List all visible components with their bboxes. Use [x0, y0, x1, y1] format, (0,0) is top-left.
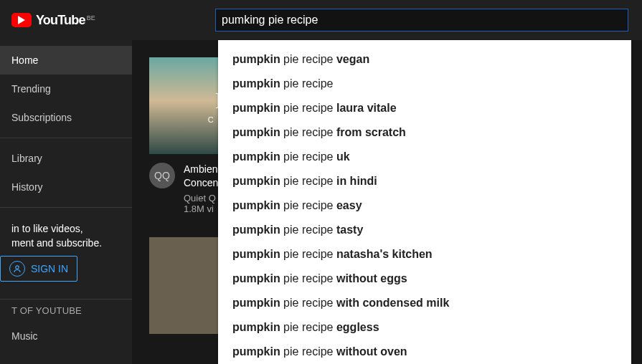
- search-box: [215, 9, 628, 32]
- topbar: YouTube BE: [0, 0, 642, 40]
- sidebar-item-label: Home: [11, 54, 38, 66]
- search-suggestion[interactable]: pumpkin pie recipe in hindi: [218, 169, 631, 193]
- search-suggestion[interactable]: pumpkin pie recipe without oven: [218, 340, 631, 364]
- search-suggestion[interactable]: pumpkin pie recipe laura vitale: [218, 96, 631, 120]
- signin-prompt-text: in to like videos, ment and subscribe.: [0, 214, 132, 256]
- sidebar-item-label: History: [11, 181, 43, 193]
- logo-wrap: YouTube BE: [11, 13, 141, 28]
- sidebar-heading-best: T OF YOUTUBE: [0, 300, 132, 322]
- search-suggestion[interactable]: pumpkin pie recipe uk: [218, 145, 631, 169]
- sidebar-section-signin: in to like videos, ment and subscribe. S…: [0, 208, 132, 300]
- search-suggestions-dropdown: pumpkin pie recipe veganpumpkin pie reci…: [218, 40, 631, 364]
- search-suggestion[interactable]: pumpkin pie recipe eggless: [218, 315, 631, 340]
- search-suggestion[interactable]: pumpkin pie recipe easy: [218, 193, 631, 218]
- search-suggestion[interactable]: pumpkin pie recipe: [218, 72, 631, 96]
- search-suggestion[interactable]: pumpkin pie recipe without eggs: [218, 267, 631, 291]
- sidebar-item-library[interactable]: Library: [0, 144, 132, 173]
- sidebar-section-primary: Home Trending Subscriptions: [0, 40, 132, 138]
- sidebar: Home Trending Subscriptions Library Hist…: [0, 40, 132, 364]
- sidebar-item-history[interactable]: History: [0, 173, 132, 201]
- sidebar-item-home[interactable]: Home: [0, 46, 132, 75]
- sidebar-item-music[interactable]: Music: [0, 322, 132, 350]
- sidebar-item-subscriptions[interactable]: Subscriptions: [0, 103, 132, 132]
- sidebar-item-label: Trending: [11, 83, 51, 95]
- country-code: BE: [87, 14, 95, 21]
- svg-marker-0: [18, 16, 25, 24]
- sidebar-item-label: Library: [11, 153, 42, 164]
- logo-text: YouTube: [36, 13, 85, 28]
- search-suggestion[interactable]: pumpkin pie recipe with condensed milk: [218, 291, 631, 315]
- avatar[interactable]: QQ: [149, 163, 175, 188]
- video-channel[interactable]: Quiet Q: [184, 193, 221, 203]
- sidebar-item-label: Subscriptions: [11, 112, 72, 123]
- search-suggestion[interactable]: pumpkin pie recipe vegan: [218, 47, 631, 72]
- search-suggestion[interactable]: pumpkin pie recipe tasty: [218, 218, 631, 242]
- video-views: 1.8M vi: [184, 203, 221, 214]
- search-suggestion[interactable]: pumpkin pie recipe natasha's kitchen: [218, 242, 631, 267]
- sidebar-item-label: Music: [11, 330, 38, 342]
- youtube-logo[interactable]: YouTube: [11, 13, 85, 28]
- search-input[interactable]: [215, 9, 628, 32]
- video-title[interactable]: AmbienConcent: [184, 163, 221, 190]
- user-icon: [9, 261, 25, 277]
- signin-button[interactable]: SIGN IN: [0, 256, 77, 282]
- play-icon: [11, 13, 32, 27]
- signin-label: SIGN IN: [31, 263, 68, 274]
- search-wrap: [141, 9, 631, 32]
- search-suggestion[interactable]: pumpkin pie recipe from scratch: [218, 120, 631, 145]
- sidebar-item-trending[interactable]: Trending: [0, 75, 132, 103]
- svg-point-1: [16, 266, 19, 269]
- sidebar-section-secondary: Library History: [0, 138, 132, 208]
